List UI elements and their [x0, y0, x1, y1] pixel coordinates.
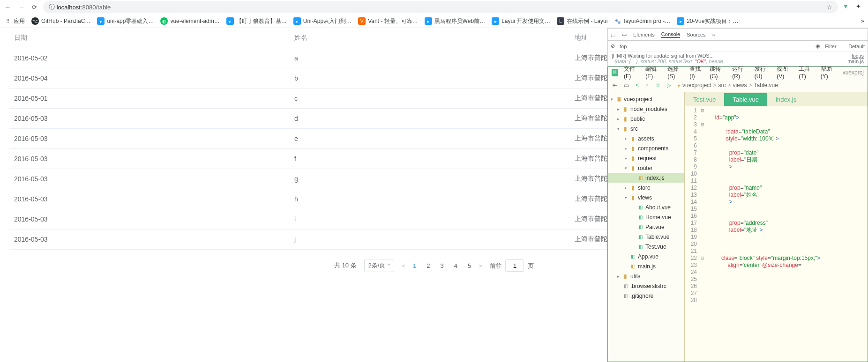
menu-goto[interactable]: 跳转(G)	[710, 65, 726, 80]
run-icon[interactable]: ▷	[667, 82, 671, 89]
cell-name: j	[290, 229, 570, 250]
tab-table[interactable]: Table.vue	[724, 93, 767, 106]
collapse-icon[interactable]: ⇤	[613, 82, 617, 89]
project-tree[interactable]: ▾▣vuexproject ▸▮node_modules ▸▮public ▾▮…	[608, 92, 685, 362]
menu-help[interactable]: 帮助(Y)	[821, 65, 837, 80]
tree-node-modules[interactable]: ▸▮node_modules	[608, 104, 684, 114]
scope-select[interactable]: top	[620, 44, 627, 49]
tree-request[interactable]: ▸▮request	[608, 153, 684, 163]
pagination-total: 共 10 条	[334, 261, 357, 270]
page-number[interactable]: 4	[454, 262, 457, 269]
tab-elements[interactable]: Elements	[633, 32, 655, 37]
tree-src[interactable]: ▾▮src	[608, 124, 684, 133]
page-size-select[interactable]: 2条/页	[364, 259, 395, 272]
cell-date: 2016-05-03	[9, 169, 290, 189]
menu-edit[interactable]: 编辑(E)	[645, 65, 662, 80]
device-icon[interactable]: ▭	[622, 31, 627, 37]
eye-icon[interactable]: ◉	[816, 43, 820, 49]
cell-date: 2016-05-03	[9, 129, 290, 149]
tree-utils[interactable]: ▸▮utils	[608, 271, 684, 281]
url-port: :8080	[81, 4, 96, 11]
apps-button[interactable]: ⠿应用	[4, 17, 25, 25]
bookmark-heima[interactable]: ▸黑马程序员Web前…	[425, 17, 485, 25]
menu-run[interactable]: 运行(R)	[732, 65, 749, 80]
bookmark-uniapp2[interactable]: ▸Uni-App从入门到…	[293, 17, 352, 25]
bookmark-github[interactable]: ⌥GitHub - PanJiaC…	[31, 17, 90, 25]
bookmark-layuiadmin[interactable]: 🐾layuiAdmin pro -…	[614, 17, 670, 25]
tree-public[interactable]: ▸▮public	[608, 114, 684, 124]
page-number[interactable]: 5	[468, 262, 471, 269]
tree-app[interactable]: ◧App.vue	[608, 251, 684, 261]
ide-menu-bar: H 文件(F) 编辑(E) 选择(S) 查找(I) 跳转(G) 运行(R) 发行…	[608, 67, 868, 78]
tree-mainjs[interactable]: ◧main.js	[608, 261, 684, 271]
bookmark-vant[interactable]: VVant - 轻量、可靠…	[358, 17, 418, 25]
tree-store[interactable]: ▸▮store	[608, 183, 684, 192]
menu-file[interactable]: 文件(F)	[624, 65, 640, 80]
page-number[interactable]: 1	[413, 262, 416, 269]
tree-test[interactable]: ◧Test.vue	[608, 242, 684, 251]
forward-icon[interactable]: →	[17, 3, 25, 11]
prev-page-icon[interactable]: <	[402, 262, 405, 269]
menu-select[interactable]: 选择(S)	[667, 65, 684, 80]
vue-devtools-icon[interactable]: ▼	[843, 3, 851, 11]
bookmark-vue20[interactable]: ▸20-Vue实战项目：…	[677, 17, 738, 25]
tree-gitignore[interactable]: ◧.gitignore	[608, 291, 684, 301]
page-jump-input[interactable]	[505, 259, 524, 272]
bookmark-overflow-icon[interactable]: »	[861, 18, 864, 24]
inspect-icon[interactable]: ⬚	[611, 31, 615, 37]
ide-title: vuexproj	[843, 69, 864, 76]
menu-tools[interactable]: 工具(T)	[799, 65, 815, 80]
next-page-icon[interactable]: >	[479, 262, 482, 269]
tab-sources[interactable]: Sources	[687, 32, 705, 37]
bookmark-dingshu[interactable]: ▸【叮丁狼教育】基…	[226, 17, 287, 25]
url-bar[interactable]: ⓘ localhost:8080/table ☆	[43, 1, 838, 13]
nav-fwd-icon[interactable]: >	[645, 82, 649, 89]
nav-back-icon[interactable]: <	[636, 82, 639, 89]
cell-name: g	[290, 169, 570, 189]
default-levels[interactable]: Default	[848, 44, 865, 49]
bookmark-uniapp[interactable]: ▸uni-app零基础入…	[97, 17, 154, 25]
page-number[interactable]: 3	[441, 262, 444, 269]
cell-date: 2016-05-03	[9, 109, 290, 129]
tree-components[interactable]: ▸▮components	[608, 143, 684, 153]
star-icon[interactable]: ☆	[827, 4, 832, 11]
tree-table[interactable]: ◧Table.vue	[608, 232, 684, 242]
th-date: 日期	[9, 28, 290, 48]
menu-publish[interactable]: 发行(U)	[755, 65, 771, 80]
code-editor[interactable]: 1234567891011121314151617181920212223242…	[685, 106, 868, 362]
tree-indexjs[interactable]: ◧index.js	[608, 173, 684, 183]
cell-name: d	[290, 109, 570, 129]
filter-input[interactable]	[825, 44, 844, 49]
extensions-icon[interactable]: ✦	[856, 3, 864, 11]
save-icon[interactable]: ▭	[624, 82, 629, 89]
tree-root[interactable]: ▾▣vuexproject	[608, 94, 684, 104]
bookmark-layuionline[interactable]: L在线示例 - Layui	[557, 17, 607, 25]
reload-icon[interactable]: ⟳	[30, 3, 38, 11]
tree-router[interactable]: ▾▮router	[608, 163, 684, 173]
clear-console-icon[interactable]: ⊘	[611, 43, 615, 49]
cell-date: 2016-05-03	[9, 209, 290, 229]
cell-name: c	[290, 89, 570, 109]
info-icon: ⓘ	[49, 3, 55, 11]
tab-console[interactable]: Console	[661, 31, 680, 38]
bookmark-layui[interactable]: ▸Layui 开发使用文…	[492, 17, 550, 25]
tree-views[interactable]: ▾▮views	[608, 192, 684, 202]
th-name: 姓名	[290, 28, 570, 48]
bookmark-vueadmin[interactable]: ◐vue-element-adm…	[160, 17, 219, 25]
tree-browserslist[interactable]: ◧.browserslistrc	[608, 281, 684, 291]
menu-find[interactable]: 查找(I)	[689, 65, 704, 80]
hbuilder-icon: H	[612, 69, 618, 76]
tree-home[interactable]: ◧Home.vue	[608, 212, 684, 222]
tab-test[interactable]: Test.vue	[685, 93, 724, 106]
menu-view[interactable]: 视图(V)	[777, 65, 793, 80]
editor-area: Test.vue Table.vue index.js 123456789101…	[685, 92, 868, 362]
tree-about[interactable]: ◧About.vue	[608, 202, 684, 212]
star-icon[interactable]: ☆	[655, 82, 660, 89]
tree-assets[interactable]: ▸▮assets	[608, 133, 684, 143]
tab-index[interactable]: index.js	[767, 93, 805, 106]
page-number[interactable]: 2	[427, 262, 430, 269]
tree-par[interactable]: ◧Par.vue	[608, 222, 684, 232]
tabs-more-icon[interactable]: »	[712, 32, 715, 37]
browser-chrome: ← → ⟳ ⓘ localhost:8080/table ☆ ▼ ✦ ⠿应用 ⌥…	[0, 0, 868, 28]
back-icon[interactable]: ←	[4, 3, 12, 11]
